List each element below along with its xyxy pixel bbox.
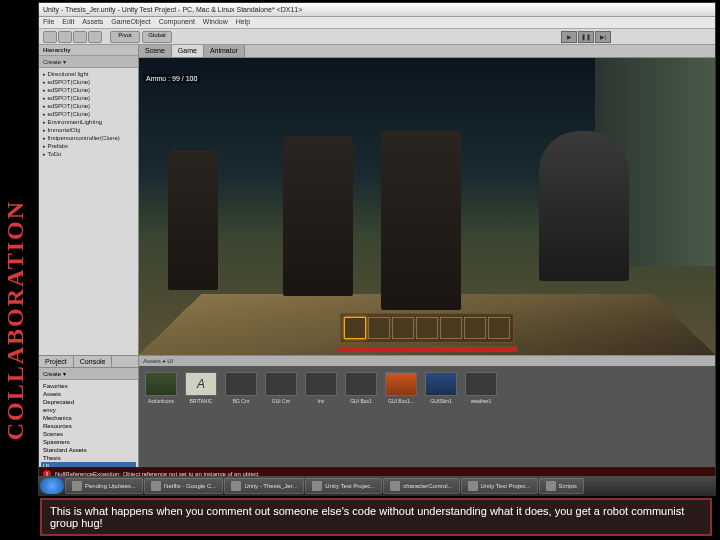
pause-button[interactable]: ❚❚ [578, 31, 594, 43]
window-titlebar[interactable]: Unity - Thesis_Jer.unity - Unity Test Pr… [39, 3, 715, 17]
hierarchy-tab[interactable]: Hierarchy [39, 45, 138, 56]
hierarchy-item[interactable]: firstpersoncontroller(Clone) [41, 134, 136, 142]
taskbar-label: Unity - Thesis_Jer... [244, 483, 297, 489]
asset-item[interactable]: weather1 [465, 372, 497, 404]
taskbar-item[interactable]: Netflix - Google C... [144, 478, 223, 494]
taskbar-label: Netflix - Google C... [164, 483, 216, 489]
taskbar-label: Pending Updates... [85, 483, 136, 489]
taskbar-item[interactable]: Pending Updates... [65, 478, 143, 494]
menu-file[interactable]: File [43, 18, 54, 27]
tree-favorites[interactable]: Favorites [41, 382, 136, 390]
global-toggle[interactable]: Global [142, 31, 172, 43]
tree-folder[interactable]: Deprecated [41, 398, 136, 406]
menu-edit[interactable]: Edit [62, 18, 74, 27]
project-tree-pane: Project Console Create ▾ Favorites Asset… [39, 356, 139, 467]
hierarchy-item[interactable]: Prefabs [41, 142, 136, 150]
tree-folder[interactable]: Scenes [41, 430, 136, 438]
asset-thumb [385, 372, 417, 396]
hotbar-slot[interactable] [440, 317, 462, 339]
tree-assets[interactable]: Assets [41, 390, 136, 398]
taskbar-item[interactable]: Unity Test Projec... [461, 478, 538, 494]
tree-folder[interactable]: Spawners [41, 438, 136, 446]
taskbar-label: Unity Test Projec... [481, 483, 531, 489]
hotbar-slot[interactable] [488, 317, 510, 339]
caption-text: This is what happens when you comment ou… [50, 505, 702, 529]
health-fill [338, 347, 516, 351]
asset-item[interactable]: BG Cnr [225, 372, 257, 404]
hotbar-slot[interactable] [464, 317, 486, 339]
hierarchy-item[interactable]: ImmortalObj [41, 126, 136, 134]
pivot-toggle[interactable]: Pivot [110, 31, 140, 43]
tab-console[interactable]: Console [74, 356, 113, 367]
app-icon [151, 481, 161, 491]
asset-item[interactable]: GUI Cnr [265, 372, 297, 404]
hierarchy-item[interactable]: ToDo [41, 150, 136, 158]
hierarchy-list: Directional light edSPOT(Clone) edSPOT(C… [39, 68, 138, 160]
tree-folder[interactable]: Mechanics [41, 414, 136, 422]
asset-grid: ActionIcons ABRITANIC BG Cnr GUI Cnr Inv… [139, 366, 715, 410]
taskbar-item[interactable]: Scripts [539, 478, 584, 494]
rotate-tool-button[interactable] [73, 31, 87, 43]
toolbar: Pivot Global ▶ ❚❚ ▶| [39, 29, 715, 45]
window-title: Unity - Thesis_Jer.unity - Unity Test Pr… [43, 6, 302, 13]
hierarchy-item[interactable]: Directional light [41, 70, 136, 78]
hierarchy-item[interactable]: edSPOT(Clone) [41, 78, 136, 86]
taskbar-label: Scripts [559, 483, 577, 489]
hotbar-slot[interactable] [416, 317, 438, 339]
asset-item[interactable]: GUI Box1 [345, 372, 377, 404]
asset-item[interactable]: ActionIcons [145, 372, 177, 404]
hierarchy-item[interactable]: edSPOT(Clone) [41, 102, 136, 110]
start-button[interactable] [40, 478, 64, 494]
tab-animator[interactable]: Animator [204, 45, 245, 57]
move-tool-button[interactable] [58, 31, 72, 43]
asset-item[interactable]: ABRITANIC [185, 372, 217, 404]
menu-help[interactable]: Help [236, 18, 250, 27]
asset-item[interactable]: GUISkin1 [425, 372, 457, 404]
menu-window[interactable]: Window [203, 18, 228, 27]
taskbar-item[interactable]: Unity - Thesis_Jer... [224, 478, 304, 494]
tree-folder[interactable]: Standard Assets [41, 446, 136, 454]
hotbar-slot[interactable] [392, 317, 414, 339]
game-character [283, 136, 353, 296]
app-icon [390, 481, 400, 491]
asset-thumb [425, 372, 457, 396]
tab-project[interactable]: Project [39, 356, 74, 367]
tree-folder[interactable]: Thesis [41, 454, 136, 462]
scale-tool-button[interactable] [88, 31, 102, 43]
tab-game[interactable]: Game [172, 45, 204, 57]
asset-name: GUISkin1 [425, 398, 457, 404]
asset-name: BG Cnr [225, 398, 257, 404]
asset-thumb [305, 372, 337, 396]
hotbar-slot[interactable] [344, 317, 366, 339]
menu-component[interactable]: Component [159, 18, 195, 27]
taskbar-label: characterControl... [403, 483, 452, 489]
menu-assets[interactable]: Assets [82, 18, 103, 27]
taskbar-item[interactable]: Unity Test Projec... [305, 478, 382, 494]
project-content-pane: Assets ▸ UI ActionIcons ABRITANIC BG Cnr… [139, 356, 715, 467]
play-button[interactable]: ▶ [561, 31, 577, 43]
hierarchy-item[interactable]: edSPOT(Clone) [41, 94, 136, 102]
asset-item[interactable]: Inv [305, 372, 337, 404]
tab-scene[interactable]: Scene [139, 45, 172, 57]
project-panel: Project Console Create ▾ Favorites Asset… [39, 355, 715, 467]
taskbar-item[interactable]: characterControl... [383, 478, 459, 494]
hierarchy-item[interactable]: EnvironmentLighting [41, 118, 136, 126]
hand-tool-button[interactable] [43, 31, 57, 43]
asset-item[interactable]: GUI Box1... [385, 372, 417, 404]
tree-folder[interactable]: envy [41, 406, 136, 414]
hierarchy-item[interactable]: edSPOT(Clone) [41, 86, 136, 94]
health-bar [337, 346, 517, 352]
asset-name: weather1 [465, 398, 497, 404]
menu-gameobject[interactable]: GameObject [111, 18, 150, 27]
hierarchy-create-dropdown[interactable]: Create ▾ [39, 56, 138, 68]
project-create-dropdown[interactable]: Create ▾ [39, 368, 138, 380]
hotbar-slot[interactable] [368, 317, 390, 339]
asset-name: Inv [305, 398, 337, 404]
hierarchy-item[interactable]: edSPOT(Clone) [41, 110, 136, 118]
tree-folder-ui[interactable]: UI [41, 462, 136, 467]
game-view-panel: Scene Game Animator Ammo : 99 / 100 [139, 45, 715, 355]
step-button[interactable]: ▶| [595, 31, 611, 43]
tree-folder[interactable]: Resources [41, 422, 136, 430]
game-viewport[interactable]: Ammo : 99 / 100 [139, 58, 715, 355]
asset-breadcrumb[interactable]: Assets ▸ UI [139, 356, 715, 366]
